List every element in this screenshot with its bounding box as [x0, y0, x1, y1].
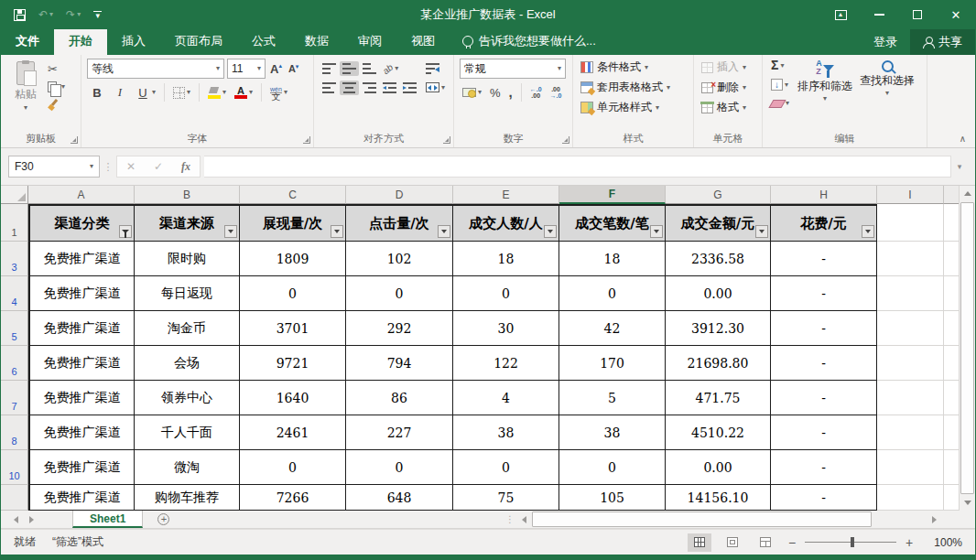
decrease-decimal-button[interactable]: .00→.0	[548, 84, 565, 101]
name-box[interactable]: F30▾	[8, 156, 100, 178]
save-button[interactable]	[14, 9, 26, 21]
data-cell-H[interactable]: -	[771, 485, 877, 511]
data-cell-F3[interactable]: 18	[559, 242, 666, 276]
new-sheet-button[interactable]: +	[143, 511, 184, 528]
data-cell-D5[interactable]: 292	[346, 311, 453, 346]
column-header-E[interactable]: E	[453, 186, 559, 204]
column-header-I[interactable]: I	[877, 186, 944, 204]
customize-qat-button[interactable]: ▾	[93, 11, 102, 18]
tab-开始[interactable]: 开始	[54, 28, 107, 55]
undo-button[interactable]: ↶▾	[38, 8, 53, 21]
cell-styles-button[interactable]: 单元格样式▾	[579, 98, 689, 117]
data-cell-C10[interactable]: 0	[240, 450, 346, 485]
copy-dropdown-arrow[interactable]: ▾	[61, 83, 65, 91]
cell-I-partial[interactable]	[877, 485, 944, 511]
share-button[interactable]: 共享	[910, 29, 975, 55]
data-cell-C[interactable]: 7266	[240, 485, 346, 511]
next-sheet-button[interactable]	[29, 516, 34, 523]
page-layout-view-button[interactable]	[721, 533, 744, 552]
data-cell-A6[interactable]: 免费推广渠道	[28, 346, 135, 381]
bottom-align-button[interactable]	[360, 61, 379, 76]
column-header-A[interactable]: A	[28, 186, 135, 204]
formula-bar-expand-arrow[interactable]: ▾	[951, 162, 968, 171]
font-dialog-launcher[interactable]	[303, 136, 310, 144]
previous-sheet-button[interactable]	[14, 516, 18, 523]
header-cell-C[interactable]: 展现量/次	[240, 204, 346, 242]
delete-cells-button[interactable]: 删除▾	[699, 78, 758, 97]
increase-indent-button[interactable]	[400, 81, 419, 95]
percent-style-button[interactable]: %	[487, 84, 504, 102]
row-header-8[interactable]: 8	[1, 415, 28, 450]
data-cell-G8[interactable]: 4510.22	[666, 415, 771, 450]
data-cell-G5[interactable]: 3912.30	[666, 311, 771, 346]
horizontal-scroll-track[interactable]	[532, 511, 927, 528]
data-cell-D7[interactable]: 86	[346, 381, 453, 415]
data-cell-A5[interactable]: 免费推广渠道	[28, 311, 135, 346]
scroll-down-button[interactable]	[960, 495, 975, 511]
minimize-button[interactable]	[860, 0, 898, 29]
tab-插入[interactable]: 插入	[107, 28, 160, 55]
cut-button[interactable]: ✂	[45, 62, 68, 77]
autosum-dropdown-arrow[interactable]: ▾	[780, 62, 784, 70]
scroll-right-button[interactable]	[927, 511, 942, 528]
data-cell-D[interactable]: 648	[346, 485, 453, 511]
underline-button[interactable]: U▾	[133, 84, 158, 102]
header-cell-D[interactable]: 点击量/次	[346, 204, 453, 242]
data-cell-E7[interactable]: 4	[453, 381, 559, 415]
data-cell-C3[interactable]: 1809	[240, 242, 346, 276]
column-header-G[interactable]: G	[666, 186, 771, 204]
data-cell-F7[interactable]: 5	[559, 381, 666, 415]
ribbon-display-options-button[interactable]: ▴	[821, 0, 860, 29]
data-cell-A3[interactable]: 免费推广渠道	[28, 242, 135, 276]
insert-function-button[interactable]: fx	[172, 160, 200, 174]
data-cell-B4[interactable]: 每日返现	[135, 276, 240, 311]
sort-filter-button[interactable]: AZ 排序和筛选 ▾	[796, 58, 854, 131]
tab-审阅[interactable]: 审阅	[343, 28, 396, 55]
zoom-in-button[interactable]: +	[904, 535, 915, 550]
data-cell-H4[interactable]: -	[771, 276, 877, 311]
header-cell-E[interactable]: 成交人数/人	[453, 204, 559, 242]
data-cell-G6[interactable]: 21698.80	[666, 346, 771, 381]
copy-button[interactable]: ▾	[45, 80, 68, 94]
increase-font-size-button[interactable]: A▴	[268, 62, 284, 76]
data-cell-G10[interactable]: 0.00	[666, 450, 771, 485]
borders-button[interactable]: ▾	[170, 85, 193, 101]
accounting-dropdown-arrow[interactable]: ▾	[478, 89, 482, 96]
data-cell-G7[interactable]: 471.75	[666, 381, 771, 415]
name-box-dropdown-arrow[interactable]: ▾	[90, 163, 93, 170]
data-cell-G3[interactable]: 2336.58	[666, 242, 771, 276]
font-name-combo[interactable]: 等线▾	[87, 59, 224, 79]
filter-button[interactable]	[331, 225, 343, 238]
row-header-1[interactable]: 1	[1, 204, 28, 242]
data-cell-B5[interactable]: 淘金币	[135, 311, 240, 346]
data-cell-F5[interactable]: 42	[559, 311, 666, 346]
maximize-button[interactable]	[898, 0, 937, 29]
data-cell-D8[interactable]: 227	[346, 415, 453, 450]
data-cell-H6[interactable]: -	[771, 346, 877, 381]
filter-button[interactable]	[544, 225, 557, 238]
collapse-ribbon-button[interactable]: ∧	[960, 134, 966, 144]
sort-filter-dropdown-arrow[interactable]: ▾	[823, 95, 827, 102]
formula-input[interactable]	[204, 156, 951, 178]
column-header-H[interactable]: H	[771, 186, 877, 204]
merge-dropdown-arrow[interactable]: ▾	[441, 84, 445, 92]
align-center-button[interactable]	[340, 81, 359, 95]
header-cell-A[interactable]: 渠道分类	[28, 204, 135, 242]
data-cell-G4[interactable]: 0.00	[666, 276, 771, 311]
zoom-slider-handle[interactable]	[851, 537, 854, 547]
row-header-7[interactable]: 7	[1, 381, 28, 415]
decrease-font-size-button[interactable]: A▾	[287, 63, 300, 74]
data-cell-D4[interactable]: 0	[346, 276, 453, 311]
data-cell-E8[interactable]: 38	[453, 415, 559, 450]
phonetic-dropdown-arrow[interactable]: ▾	[284, 89, 287, 96]
data-cell-A7[interactable]: 免费推广渠道	[28, 381, 135, 415]
column-header-F[interactable]: F	[559, 186, 666, 204]
data-cell-A[interactable]: 免费推广渠道	[28, 485, 135, 511]
top-align-button[interactable]	[320, 61, 339, 76]
splitter-dots-icon[interactable]: ⋮	[100, 161, 116, 173]
middle-align-button[interactable]	[340, 61, 359, 76]
data-cell-E[interactable]: 75	[453, 485, 559, 511]
data-cell-B3[interactable]: 限时购	[135, 242, 240, 276]
autosum-button[interactable]: Σ▾	[768, 58, 792, 73]
data-cell-C5[interactable]: 3701	[240, 311, 346, 346]
